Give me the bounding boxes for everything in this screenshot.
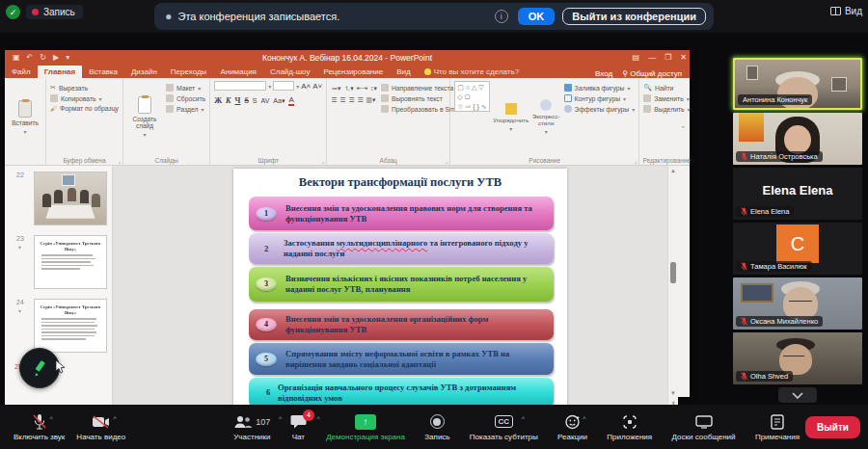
copy-button[interactable]: Копировать▾ — [50, 94, 119, 102]
chat-button[interactable]: 4 ^ Чат — [285, 413, 312, 441]
participant-tile-3[interactable]: Elena Elena Elena Elena — [733, 168, 862, 220]
tab-transitions[interactable]: Переходы — [164, 66, 214, 78]
slide-item-1[interactable]: 1 Внесення змін та удосконалення правови… — [249, 197, 554, 230]
change-case-button[interactable]: Aa▾ — [273, 97, 285, 105]
new-slide-button[interactable]: Создать слайд▾ — [127, 81, 162, 153]
align-right-button[interactable]: ☰ — [348, 96, 354, 104]
slide-item-5[interactable]: 5 Спрямування змісту неформальної освіти… — [249, 343, 554, 375]
ok-button[interactable]: OK — [518, 8, 556, 25]
quick-styles-button[interactable]: Экспресс-стили▾ — [532, 81, 560, 153]
underline-button[interactable]: Ч — [235, 96, 241, 105]
participants-caret[interactable]: ^ — [279, 415, 282, 422]
leave-conference-button[interactable]: Выйти из конференции — [562, 8, 706, 25]
reset-button[interactable]: Сбросить — [166, 94, 205, 102]
scroll-up-icon[interactable]: ▲ — [668, 168, 678, 173]
italic-button[interactable]: К — [226, 96, 231, 105]
find-button[interactable]: 🔍Найти — [643, 84, 690, 92]
info-icon[interactable]: i — [495, 10, 508, 23]
scroll-down-icon[interactable]: ▼ — [668, 390, 678, 396]
audio-options-caret[interactable]: ^ — [49, 415, 52, 422]
text-shadow-button[interactable]: S — [253, 97, 258, 104]
restore-button[interactable]: ❐ — [665, 53, 671, 62]
participant-tile-1[interactable]: Антонина Конончук — [733, 58, 862, 110]
shape-fill-button[interactable]: Заливка фигуры▾ — [564, 84, 636, 92]
participant-tile-5[interactable]: Оксана Михайленко — [733, 277, 862, 330]
strikethrough-button[interactable]: S — [244, 96, 248, 105]
tell-me-search[interactable]: Что вы хотите сделать? — [418, 66, 526, 78]
numbering-button[interactable]: ⒈▾ — [343, 84, 353, 93]
replace-button[interactable]: Заменить▾ — [643, 94, 690, 102]
view-button[interactable]: Вид — [830, 6, 862, 16]
close-button[interactable]: ✕ — [680, 53, 687, 62]
participant-tile-2[interactable]: Наталія Островська — [733, 113, 862, 165]
leave-button[interactable]: Выйти — [805, 416, 860, 438]
slide-item-4[interactable]: 4 Внесення змін та удосконалення організ… — [249, 309, 554, 340]
bold-button[interactable]: Ж — [214, 96, 222, 105]
captions-button[interactable]: CC ^ Показать субтитры — [464, 413, 544, 441]
tab-animations[interactable]: Анимация — [213, 66, 263, 78]
scrollbar-thumb[interactable] — [670, 262, 676, 283]
slide-title[interactable]: Вектори трансформації послуги УТВ — [233, 175, 567, 190]
line-spacing-button[interactable]: ↕▾ — [370, 85, 377, 92]
reactions-caret[interactable]: ^ — [583, 415, 585, 422]
start-video-button[interactable]: ^ Начать видео — [70, 413, 131, 441]
sign-in-button[interactable]: Вход — [595, 69, 612, 78]
tab-slideshow[interactable]: Слайд-шоу — [263, 66, 316, 78]
layout-button[interactable]: Макет▾ — [166, 84, 205, 92]
minimize-button[interactable]: — — [648, 53, 656, 62]
ppt-titlebar[interactable]: ▣ ↶ ↻ ▶ ▾ Конончук А. Вебінар 16.04.2024… — [5, 50, 690, 65]
apps-button[interactable]: Приложения — [601, 413, 658, 441]
arrange-button[interactable]: Упорядочить▾ — [494, 81, 529, 153]
clipboard-dialog-launcher[interactable]: ⌟ — [118, 157, 121, 164]
thumbnail-slide-22[interactable] — [34, 172, 107, 225]
slide-editing-area[interactable]: Вектори трансформації послуги УТВ 1 Внес… — [113, 166, 678, 419]
video-options-caret[interactable]: ^ — [113, 415, 116, 422]
share-document-button[interactable]: ⚲ Общий доступ — [622, 69, 682, 78]
participants-button[interactable]: 107 ^ Участники — [228, 413, 276, 441]
font-color-button[interactable]: A — [288, 95, 293, 106]
tab-insert[interactable]: Вставка — [82, 66, 124, 78]
tab-review[interactable]: Рецензирование — [316, 66, 390, 78]
whiteboards-button[interactable]: Доски сообщений — [666, 413, 742, 441]
character-spacing-button[interactable]: AV — [261, 97, 270, 104]
format-painter-button[interactable]: 🖌Формат по образцу — [50, 105, 119, 112]
font-dialog-launcher[interactable]: ⌟ — [321, 157, 324, 164]
security-shield-icon[interactable]: ✓ — [6, 5, 20, 19]
slide-item-6[interactable]: 6 Організація навчального процесу слухач… — [249, 378, 554, 408]
align-left-button[interactable]: ☰ — [331, 96, 337, 104]
collapse-ribbon-icon[interactable]: ⌃ — [680, 125, 686, 133]
select-button[interactable]: Выделить▾ — [643, 105, 690, 113]
participant-tile-6[interactable]: Olha Shved — [733, 332, 862, 384]
shapes-gallery[interactable]: ▢ ○ △ ▽ ◇ ⬠ ☆ ⇨ { } ∿ ⌒ — [454, 81, 490, 112]
current-slide[interactable]: Вектори трансформації послуги УТВ 1 Внес… — [233, 169, 567, 416]
font-size-combobox[interactable] — [273, 81, 294, 91]
record-button[interactable]: Запись — [419, 413, 455, 441]
shape-effects-button[interactable]: Эффекты фигуры▾ — [564, 105, 636, 113]
thumbnail-slide-23[interactable]: Серія «Університет Третього Віку» — [34, 235, 107, 289]
font-name-combobox[interactable] — [214, 81, 266, 91]
align-center-button[interactable]: ☰ — [339, 96, 345, 104]
tab-view[interactable]: Вид — [390, 66, 417, 78]
indent-buttons[interactable]: ⇤⇥ — [357, 85, 367, 92]
paragraph-dialog-launcher[interactable]: ⌟ — [445, 157, 448, 164]
thumbnail-slide-24[interactable]: Серія «Університет Третього Віку» — [34, 299, 107, 353]
notes-button[interactable]: Примечания — [749, 413, 805, 441]
share-screen-button[interactable]: ↑ Демонстрация экрана — [320, 413, 411, 441]
participant-tile-4[interactable]: C Тамара Василюк — [733, 223, 862, 275]
slide-item-2[interactable]: 2 Застосування мультидисциплінарного та … — [249, 233, 554, 264]
tab-file[interactable]: Файл — [5, 66, 38, 78]
bullets-button[interactable]: ≔▾ — [331, 85, 340, 92]
cut-button[interactable]: ✂Вырезать — [50, 84, 119, 92]
recording-chip[interactable]: Запись — [26, 5, 83, 19]
tab-home[interactable]: Главная — [38, 66, 83, 78]
unmute-button[interactable]: ^ Включить звук — [8, 413, 70, 441]
justify-button[interactable]: ☰ — [358, 96, 364, 104]
collapse-participants-button[interactable] — [778, 387, 817, 403]
section-button[interactable]: Раздел▾ — [166, 105, 205, 113]
shrink-font-button[interactable]: A˅ — [312, 82, 322, 91]
reactions-button[interactable]: ^ Реакции — [552, 413, 593, 441]
tab-design[interactable]: Дизайн — [124, 66, 164, 78]
paste-button[interactable]: Вставить▾ — [9, 81, 41, 153]
grow-font-button[interactable]: A˄ — [301, 82, 311, 91]
columns-button[interactable]: ▥▾ — [366, 96, 376, 104]
